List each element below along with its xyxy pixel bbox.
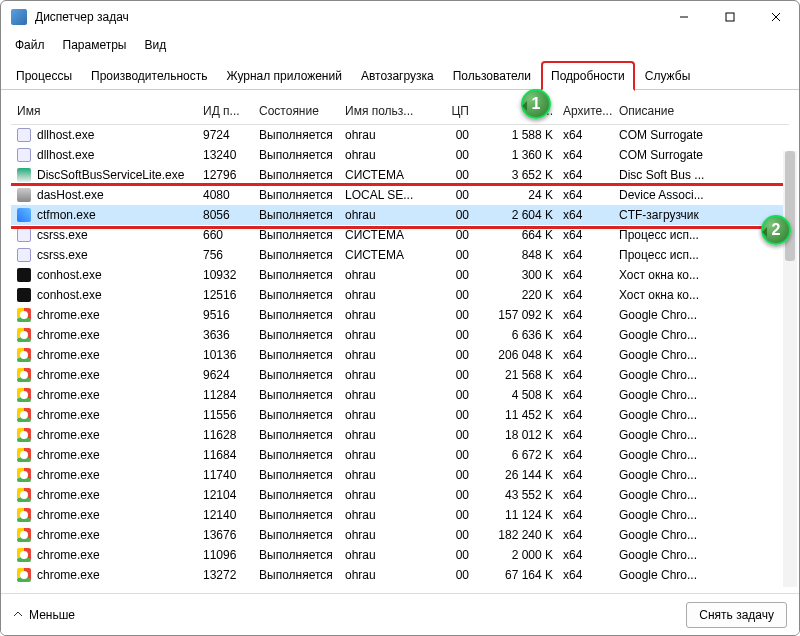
cell-user: ohrau <box>345 528 421 542</box>
end-task-button[interactable]: Снять задачу <box>686 602 787 628</box>
table-row[interactable]: chrome.exe13676Выполняетсяohrau00182 240… <box>11 525 789 545</box>
cell-arch: x64 <box>563 148 619 162</box>
tab-details[interactable]: Подробности <box>541 61 635 91</box>
table-row[interactable]: dasHost.exe4080ВыполняетсяLOCAL SE...002… <box>11 185 789 205</box>
cell-cpu: 00 <box>421 388 479 402</box>
cell-desc: Google Chro... <box>619 488 787 502</box>
table-row[interactable]: conhost.exe10932Выполняетсяohrau00300 Kx… <box>11 265 789 285</box>
menu-options[interactable]: Параметры <box>55 36 135 54</box>
cell-pid: 756 <box>203 248 259 262</box>
cell-cpu: 00 <box>421 328 479 342</box>
cell-name: chrome.exe <box>37 328 100 342</box>
cell-status: Выполняется <box>259 428 345 442</box>
table-row[interactable]: csrss.exe660ВыполняетсяСИСТЕМА00664 Kx64… <box>11 225 789 245</box>
table-row[interactable]: chrome.exe3636Выполняетсяohrau006 636 Kx… <box>11 325 789 345</box>
col-arch[interactable]: Архите... <box>563 104 619 118</box>
table-row[interactable]: chrome.exe11284Выполняетсяohrau004 508 K… <box>11 385 789 405</box>
scroll-thumb[interactable] <box>785 151 795 261</box>
col-status[interactable]: Состояние <box>259 104 345 118</box>
table-row[interactable]: chrome.exe11628Выполняетсяohrau0018 012 … <box>11 425 789 445</box>
process-icon <box>17 188 31 202</box>
cell-mem: 182 240 K <box>479 528 563 542</box>
cell-name: chrome.exe <box>37 488 100 502</box>
table-row[interactable]: csrss.exe756ВыполняетсяСИСТЕМА00848 Kx64… <box>11 245 789 265</box>
table-row[interactable]: chrome.exe11740Выполняетсяohrau0026 144 … <box>11 465 789 485</box>
table-row[interactable]: chrome.exe12140Выполняетсяohrau0011 124 … <box>11 505 789 525</box>
process-icon <box>17 528 31 542</box>
col-pid[interactable]: ИД п... <box>203 104 259 118</box>
menu-view[interactable]: Вид <box>136 36 174 54</box>
cell-status: Выполняется <box>259 388 345 402</box>
table-row[interactable]: ctfmon.exe8056Выполняетсяohrau002 604 Kx… <box>11 205 789 225</box>
callout-2: 2 <box>761 215 791 245</box>
table-row[interactable]: chrome.exe13272Выполняетсяohrau0067 164 … <box>11 565 789 585</box>
minimize-button[interactable] <box>661 1 707 33</box>
col-desc[interactable]: Описание <box>619 104 787 118</box>
cell-name: chrome.exe <box>37 448 100 462</box>
cell-status: Выполняется <box>259 188 345 202</box>
cell-name: ctfmon.exe <box>37 208 96 222</box>
cell-name: chrome.exe <box>37 408 100 422</box>
cell-arch: x64 <box>563 548 619 562</box>
cell-cpu: 00 <box>421 248 479 262</box>
cell-name: conhost.exe <box>37 268 102 282</box>
process-icon <box>17 348 31 362</box>
cell-mem: 67 164 K <box>479 568 563 582</box>
cell-mem: 206 048 K <box>479 348 563 362</box>
table-row[interactable]: chrome.exe11096Выполняетсяohrau002 000 K… <box>11 545 789 565</box>
process-icon <box>17 168 31 182</box>
table-row[interactable]: DiscSoftBusServiceLite.exe12796Выполняет… <box>11 165 789 185</box>
table-row[interactable]: chrome.exe11684Выполняетсяohrau006 672 K… <box>11 445 789 465</box>
titlebar: Диспетчер задач <box>1 1 799 33</box>
scrollbar[interactable] <box>783 151 797 587</box>
cell-cpu: 00 <box>421 148 479 162</box>
process-icon <box>17 228 31 242</box>
cell-user: СИСТЕМА <box>345 248 421 262</box>
cell-user: ohrau <box>345 328 421 342</box>
tab-processes[interactable]: Процессы <box>7 62 81 89</box>
cell-status: Выполняется <box>259 508 345 522</box>
cell-cpu: 00 <box>421 508 479 522</box>
cell-status: Выполняется <box>259 208 345 222</box>
cell-cpu: 00 <box>421 188 479 202</box>
menu-file[interactable]: Файл <box>7 36 53 54</box>
bottom-bar: Меньше Снять задачу <box>1 593 799 635</box>
cell-pid: 10136 <box>203 348 259 362</box>
table-row[interactable]: dllhost.exe13240Выполняетсяohrau001 360 … <box>11 145 789 165</box>
process-icon <box>17 388 31 402</box>
process-icon <box>17 428 31 442</box>
table-row[interactable]: chrome.exe12104Выполняетсяohrau0043 552 … <box>11 485 789 505</box>
maximize-button[interactable] <box>707 1 753 33</box>
cell-mem: 664 K <box>479 228 563 242</box>
col-user[interactable]: Имя польз... <box>345 104 421 118</box>
cell-status: Выполняется <box>259 288 345 302</box>
tab-startup[interactable]: Автозагрузка <box>352 62 443 89</box>
cell-mem: 2 000 K <box>479 548 563 562</box>
cell-user: ohrau <box>345 128 421 142</box>
cell-cpu: 00 <box>421 288 479 302</box>
cell-status: Выполняется <box>259 168 345 182</box>
table-row[interactable]: chrome.exe11556Выполняетсяohrau0011 452 … <box>11 405 789 425</box>
cell-cpu: 00 <box>421 308 479 322</box>
tab-apphistory[interactable]: Журнал приложений <box>218 62 351 89</box>
table-row[interactable]: chrome.exe9516Выполняетсяohrau00157 092 … <box>11 305 789 325</box>
table-row[interactable]: chrome.exe9624Выполняетсяohrau0021 568 K… <box>11 365 789 385</box>
tab-services[interactable]: Службы <box>636 62 699 89</box>
col-cpu[interactable]: ЦП <box>421 104 479 118</box>
cell-cpu: 00 <box>421 348 479 362</box>
cell-status: Выполняется <box>259 568 345 582</box>
table-row[interactable]: dllhost.exe9724Выполняетсяohrau001 588 K… <box>11 125 789 145</box>
cell-pid: 9724 <box>203 128 259 142</box>
cell-pid: 13240 <box>203 148 259 162</box>
cell-desc: Google Chro... <box>619 468 787 482</box>
table-row[interactable]: chrome.exe10136Выполняетсяohrau00206 048… <box>11 345 789 365</box>
table-row[interactable]: conhost.exe12516Выполняетсяohrau00220 Kx… <box>11 285 789 305</box>
tab-performance[interactable]: Производительность <box>82 62 216 89</box>
cell-mem: 11 124 K <box>479 508 563 522</box>
tab-users[interactable]: Пользователи <box>444 62 540 89</box>
close-button[interactable] <box>753 1 799 33</box>
process-icon <box>17 368 31 382</box>
cell-user: LOCAL SE... <box>345 188 421 202</box>
fewer-details[interactable]: Меньше <box>13 608 75 622</box>
col-name[interactable]: Имя <box>13 104 203 118</box>
